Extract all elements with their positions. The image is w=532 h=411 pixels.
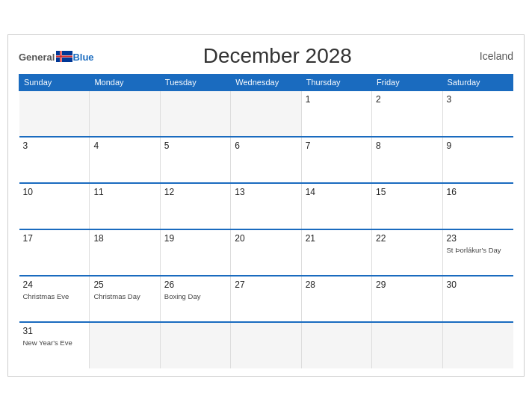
day-number: 8 <box>376 140 438 151</box>
table-row <box>231 322 301 368</box>
table-row <box>90 90 160 137</box>
table-row: 21 <box>301 229 371 276</box>
day-number: 24 <box>23 279 86 290</box>
table-row: 3 <box>19 137 90 183</box>
day-number: 18 <box>93 233 155 244</box>
table-row <box>372 322 442 368</box>
day-number: 29 <box>376 279 438 290</box>
day-number: 13 <box>235 187 297 197</box>
col-wednesday: Wednesday <box>231 75 301 91</box>
table-row: 1 <box>301 90 371 137</box>
table-row: 16 <box>442 183 513 229</box>
table-row <box>301 322 371 368</box>
table-row: 5 <box>160 137 230 183</box>
col-friday: Friday <box>372 75 442 91</box>
day-number: 12 <box>164 187 226 197</box>
table-row: 31New Year's Eve <box>19 322 90 368</box>
table-row: 20 <box>231 229 301 276</box>
table-row: 24Christmas Eve <box>19 276 90 322</box>
calendar-container: General Blue December 2028 Iceland Sunda… <box>7 34 525 377</box>
day-number: 30 <box>447 279 510 290</box>
day-number: 28 <box>306 279 368 290</box>
day-number: 6 <box>235 140 297 151</box>
table-row: 8 <box>372 137 442 183</box>
table-row: 12 <box>160 183 230 229</box>
table-row <box>160 322 230 368</box>
day-number: 17 <box>23 233 86 244</box>
table-row: 17 <box>19 229 90 276</box>
logo: General Blue <box>19 51 94 62</box>
table-row <box>90 322 160 368</box>
day-number: 22 <box>376 233 438 244</box>
col-thursday: Thursday <box>301 75 371 91</box>
calendar-table: Sunday Monday Tuesday Wednesday Thursday… <box>19 74 513 368</box>
country-label: Iceland <box>461 50 513 62</box>
calendar-title: December 2028 <box>94 44 461 68</box>
table-row: 9 <box>442 137 513 183</box>
logo-flag-icon <box>56 51 72 62</box>
table-row: 29 <box>372 276 442 322</box>
day-number: 26 <box>164 279 226 290</box>
table-row: 28 <box>301 276 371 322</box>
day-number: 19 <box>164 233 226 244</box>
holiday-label: Christmas Day <box>93 292 140 300</box>
table-row: 6 <box>231 137 301 183</box>
day-number: 4 <box>93 140 155 151</box>
col-saturday: Saturday <box>442 75 513 91</box>
day-number: 15 <box>376 187 438 197</box>
table-row: 13 <box>231 183 301 229</box>
table-row <box>442 322 513 368</box>
table-row: 15 <box>372 183 442 229</box>
day-number: 20 <box>235 233 297 244</box>
table-row <box>231 90 301 137</box>
day-number: 25 <box>93 279 155 290</box>
day-number: 1 <box>306 94 368 105</box>
day-number: 10 <box>23 187 86 197</box>
table-row: 3 <box>442 90 513 137</box>
day-number: 14 <box>306 187 368 197</box>
day-number: 23 <box>447 233 510 244</box>
table-row: 10 <box>19 183 90 229</box>
day-number: 9 <box>447 140 510 151</box>
calendar-header-row: Sunday Monday Tuesday Wednesday Thursday… <box>19 75 513 91</box>
table-row <box>19 90 90 137</box>
holiday-label: St Þorlákur's Day <box>447 246 501 254</box>
table-row: 23St Þorlákur's Day <box>442 229 513 276</box>
table-row: 26Boxing Day <box>160 276 230 322</box>
calendar-header: General Blue December 2028 Iceland <box>19 44 513 68</box>
day-number: 16 <box>447 187 510 197</box>
day-number: 3 <box>23 140 86 151</box>
day-number: 7 <box>306 140 368 151</box>
calendar-body: 12334567891011121314151617181920212223St… <box>19 90 513 368</box>
table-row: 7 <box>301 137 371 183</box>
table-row: 2 <box>372 90 442 137</box>
day-number: 2 <box>376 94 438 105</box>
table-row: 18 <box>90 229 160 276</box>
holiday-label: Boxing Day <box>164 292 201 300</box>
holiday-label: Christmas Eve <box>23 292 69 300</box>
table-row: 14 <box>301 183 371 229</box>
table-row: 30 <box>442 276 513 322</box>
svg-rect-4 <box>56 55 72 57</box>
day-number: 11 <box>93 187 155 197</box>
table-row: 25Christmas Day <box>90 276 160 322</box>
day-number: 31 <box>23 326 86 336</box>
day-number: 5 <box>164 140 226 151</box>
col-monday: Monday <box>90 75 160 91</box>
table-row: 11 <box>90 183 160 229</box>
day-number: 3 <box>447 94 510 105</box>
holiday-label: New Year's Eve <box>23 339 72 347</box>
table-row: 27 <box>231 276 301 322</box>
day-number: 21 <box>306 233 368 244</box>
day-number: 27 <box>235 279 297 290</box>
col-tuesday: Tuesday <box>160 75 230 91</box>
col-sunday: Sunday <box>19 75 90 91</box>
table-row: 4 <box>90 137 160 183</box>
table-row: 19 <box>160 229 230 276</box>
logo-blue-text: Blue <box>72 52 93 62</box>
logo-general-text: General <box>19 52 55 62</box>
table-row: 22 <box>372 229 442 276</box>
table-row <box>160 90 230 137</box>
